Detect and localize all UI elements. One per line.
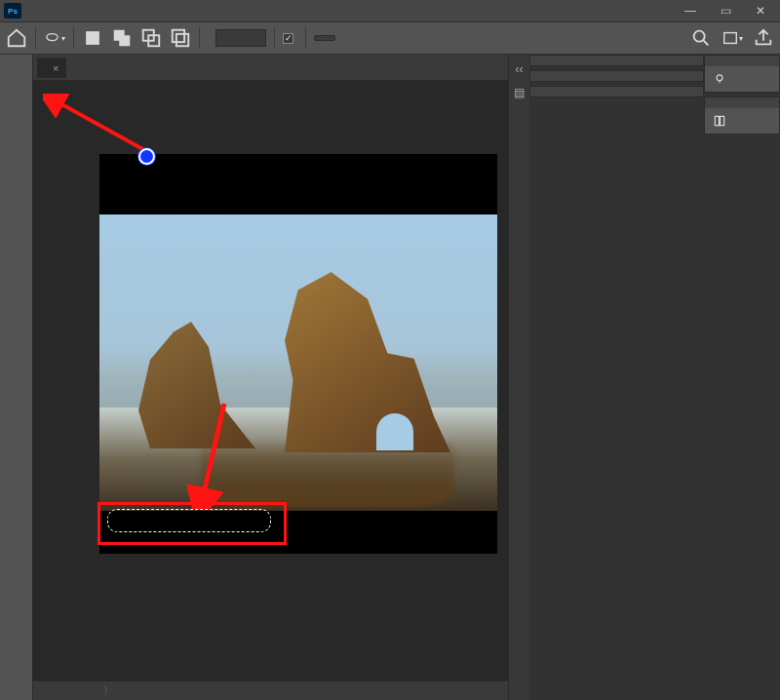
- home-icon[interactable]: [6, 27, 27, 49]
- panel-group-2: [529, 70, 704, 82]
- svg-rect-1: [86, 31, 99, 45]
- maximize-button[interactable]: ▭: [714, 4, 737, 18]
- selection-new-icon[interactable]: [82, 27, 103, 49]
- selection-intersect-icon[interactable]: [170, 27, 191, 49]
- right-dock: ‹‹ ▤: [508, 55, 704, 700]
- lasso-selection: [107, 509, 271, 532]
- collapsed-dock: ‹‹ ▤: [508, 55, 529, 700]
- svg-rect-9: [724, 33, 737, 44]
- toolbox: [0, 55, 33, 700]
- svg-rect-6: [173, 30, 184, 42]
- separator: [73, 27, 74, 49]
- svg-rect-7: [176, 34, 188, 46]
- separator: [274, 27, 275, 49]
- app-logo: Ps: [4, 3, 21, 19]
- canvas-viewport[interactable]: [33, 80, 508, 681]
- panel-group-3: [529, 86, 704, 97]
- close-tab-icon[interactable]: ×: [53, 62, 58, 74]
- right-dock-2: [704, 55, 780, 700]
- svg-line-11: [57, 101, 148, 152]
- svg-point-14: [717, 75, 722, 81]
- libraries-panel-button[interactable]: [704, 97, 780, 135]
- share-icon[interactable]: [753, 27, 774, 49]
- selection-subtract-icon[interactable]: [140, 27, 162, 49]
- svg-rect-16: [721, 116, 724, 125]
- separator: [305, 27, 306, 49]
- svg-point-0: [47, 33, 58, 40]
- document-tab[interactable]: ×: [37, 58, 66, 78]
- options-bar: ▾ ✓ ▾: [0, 21, 780, 55]
- title-bar: Ps — ▭ ✕: [0, 0, 780, 21]
- chevron-left-icon[interactable]: ‹‹: [516, 62, 524, 76]
- photo-content: [99, 214, 497, 511]
- document-tab-bar: ×: [33, 55, 508, 80]
- step-badge: [138, 148, 155, 165]
- checkmark-icon: ✓: [283, 33, 293, 44]
- learn-panel-button[interactable]: [704, 55, 780, 93]
- separator: [35, 27, 36, 49]
- lasso-mode-icon[interactable]: ▾: [44, 27, 65, 49]
- workspace-icon[interactable]: ▾: [722, 27, 743, 49]
- panel-stack: [529, 55, 704, 700]
- svg-rect-3: [119, 35, 130, 46]
- feather-input[interactable]: [215, 29, 266, 47]
- histogram-icon[interactable]: ▤: [514, 86, 525, 99]
- close-button[interactable]: ✕: [749, 4, 772, 18]
- chevron-right-icon[interactable]: 〉: [103, 684, 113, 698]
- svg-point-8: [694, 31, 705, 42]
- canvas: [99, 154, 497, 554]
- window-controls: — ▭ ✕: [679, 4, 772, 18]
- separator: [199, 27, 200, 49]
- panel-group-1: [529, 55, 704, 66]
- select-and-mask-button[interactable]: [314, 35, 335, 41]
- svg-rect-15: [715, 116, 719, 125]
- antialias-checkbox[interactable]: ✓: [283, 33, 297, 44]
- minimize-button[interactable]: —: [679, 4, 702, 18]
- status-bar: 〉: [33, 681, 508, 700]
- document-area: ×: [33, 55, 508, 700]
- main-area: ×: [0, 55, 780, 700]
- selection-add-icon[interactable]: [111, 27, 133, 49]
- search-icon[interactable]: [690, 27, 712, 49]
